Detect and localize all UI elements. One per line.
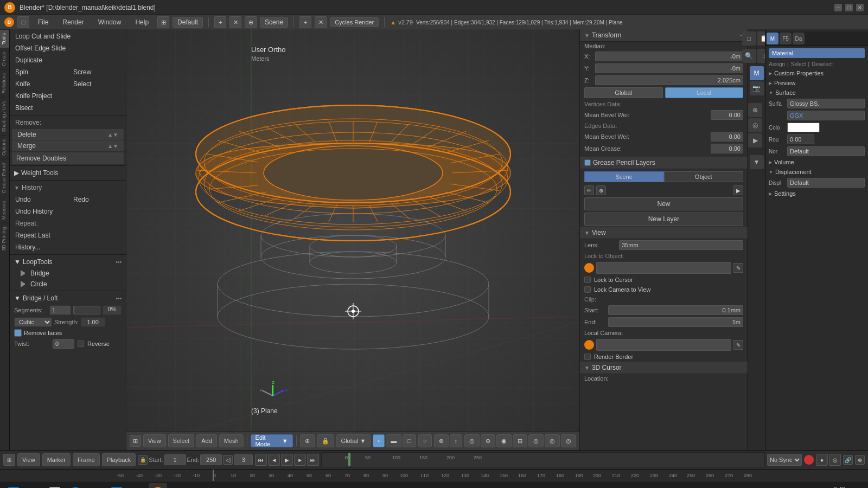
segments-input[interactable] (49, 305, 71, 315)
mode-3[interactable]: ▶ (748, 133, 762, 147)
view-menu[interactable]: View (143, 434, 166, 447)
scene-name[interactable]: Scene (260, 17, 288, 28)
scene-plus[interactable]: + (299, 16, 311, 28)
weight-tools-header[interactable]: ▶ Weight Tools (10, 167, 126, 179)
menu-file[interactable]: File (33, 17, 54, 27)
local-cam-edit[interactable]: ✎ (733, 340, 743, 350)
transform-header[interactable]: ▼ Transform − (580, 29, 748, 42)
ggx-value[interactable]: GGX (787, 111, 865, 120)
timeline-marker[interactable]: Marker (42, 453, 71, 466)
preview-header[interactable]: Preview (765, 78, 868, 88)
timeline-frame[interactable]: Frame (73, 453, 100, 466)
sync-mode-select[interactable]: No Sync (767, 454, 802, 466)
normal-value[interactable]: Default (787, 146, 865, 156)
jump-end-btn[interactable]: ⏭ (307, 454, 319, 466)
merge-dropdown[interactable]: Merge ▲▼ (12, 140, 124, 151)
grease-move-icon[interactable]: ⊕ (596, 185, 606, 195)
close-button[interactable]: ✕ (856, 4, 864, 11)
edge-browser[interactable]: e (66, 483, 85, 489)
render-icon[interactable]: 📷 (750, 81, 764, 95)
menu-window[interactable]: Window (93, 17, 127, 27)
lock-cursor-checkbox[interactable] (584, 277, 591, 283)
scene-icon-right[interactable]: ▼ (750, 155, 764, 169)
vtab-measure[interactable]: Measure (0, 197, 9, 223)
tool-5[interactable]: ◎ (528, 434, 544, 447)
unlink-icon[interactable]: ⊗ (855, 455, 865, 465)
render-engine-dropdown[interactable]: Cycles Render (330, 17, 379, 27)
scene-icon[interactable]: + (214, 16, 226, 28)
tool-offset-edge[interactable]: Offset Edge Slide (10, 42, 126, 54)
segments-slider[interactable] (73, 306, 100, 314)
store-button[interactable]: ⊞ (107, 483, 126, 489)
grease-pencil-icon[interactable]: ✏ (584, 185, 594, 195)
file-explorer[interactable]: 📁 (87, 483, 105, 489)
frame-prev-btn[interactable]: ◁ (223, 455, 233, 465)
cubic-select[interactable]: Cubic (14, 317, 52, 327)
snap-mode[interactable]: ↕ (450, 434, 463, 447)
local-cam-input[interactable] (596, 339, 731, 351)
remove-faces-checkbox[interactable] (14, 329, 22, 337)
mean-crease-input[interactable] (711, 144, 743, 153)
tool-loop-cut[interactable]: Loop Cut and Slide (10, 30, 126, 42)
tool-7[interactable]: ◎ (561, 434, 576, 447)
view-type-icon2[interactable]: ⊞ (157, 16, 169, 28)
vtab-options[interactable]: Options (0, 135, 9, 159)
select-menu[interactable]: Select (168, 434, 195, 447)
3d-viewport[interactable]: User Ortho Meters (3) Plane X Y Z ⊞ View… (126, 29, 579, 450)
bridge-loft-header[interactable]: ▼ Bridge / Loft ••• (10, 292, 126, 304)
loop-tools-header[interactable]: ▼ LoopTools ••• (10, 256, 126, 268)
tool-1[interactable]: ◎ (464, 434, 480, 447)
tool-3[interactable]: ◉ (496, 434, 512, 447)
grease-right-icon[interactable]: ▶ (733, 185, 743, 195)
zoom-in-icon[interactable]: 🔍 (742, 49, 756, 63)
reverse-checkbox[interactable] (78, 341, 84, 347)
global-button[interactable]: Global (584, 87, 663, 98)
task-view-button[interactable] (46, 483, 64, 489)
properties-icon[interactable]: □ (742, 31, 756, 46)
unknown-app[interactable]: 🔧 (128, 483, 146, 489)
surfa-value[interactable]: Glossy BS. (787, 99, 865, 108)
frame-start-lock[interactable]: 🔒 (138, 455, 148, 465)
jump-start-btn[interactable]: ⏮ (255, 454, 267, 466)
tool-knife[interactable]: Knife (10, 78, 68, 90)
undo-button[interactable]: Undo (10, 194, 68, 206)
current-frame-input[interactable] (234, 454, 253, 465)
material-icon[interactable]: M (750, 66, 764, 80)
roughness-input[interactable] (787, 134, 814, 144)
tool-duplicate[interactable]: Duplicate (10, 54, 126, 66)
mean-bevel-2-input[interactable] (711, 132, 743, 142)
vtab-relations[interactable]: Relations (0, 69, 9, 97)
loop-circle-item[interactable]: Circle (10, 279, 126, 290)
props-tab-f5[interactable]: F5 (780, 33, 792, 44)
snap-button[interactable]: 🔒 (317, 434, 334, 447)
clip-end-input[interactable] (608, 317, 743, 327)
undo-history-button[interactable]: Undo History (10, 206, 126, 217)
remove-doubles-btn[interactable]: Remove Doubles (12, 152, 124, 164)
end-frame-input[interactable] (200, 454, 222, 465)
displ-value[interactable]: Default (787, 178, 865, 188)
mode-2[interactable]: ◎ (748, 118, 762, 132)
viewport-mode-icon[interactable]: ⊞ (130, 435, 141, 447)
local-button[interactable]: Local (665, 87, 744, 98)
twist-input[interactable] (53, 339, 74, 349)
prev-frame-btn[interactable]: ◄ (268, 454, 280, 466)
clip-start-input[interactable] (608, 305, 743, 315)
settings-header[interactable]: Settings (765, 189, 868, 198)
start-button[interactable] (4, 483, 23, 489)
material-label[interactable]: Material. (769, 48, 865, 58)
volume-header[interactable]: Volume (765, 157, 868, 167)
vtab-shading[interactable]: Shading / UVs (0, 97, 9, 136)
new-button[interactable]: New (584, 197, 743, 210)
edit-mode-button[interactable]: Edit Mode ▼ (251, 434, 293, 447)
tool-spin[interactable]: Spin (10, 66, 68, 78)
z-input[interactable] (595, 75, 743, 85)
vtab-tools[interactable]: Tools (0, 29, 9, 48)
new-layer-button[interactable]: New Layer (584, 213, 743, 226)
link-icon[interactable]: 🔗 (843, 455, 853, 465)
repeat-last-button[interactable]: Repeat Last (10, 229, 126, 241)
play-btn[interactable]: ▶ (281, 454, 293, 466)
timeline-playback[interactable]: Playback (102, 453, 136, 466)
lock-camera-checkbox[interactable] (584, 286, 591, 293)
mean-bevel-1-input[interactable] (711, 110, 743, 120)
y-input[interactable] (595, 63, 743, 73)
